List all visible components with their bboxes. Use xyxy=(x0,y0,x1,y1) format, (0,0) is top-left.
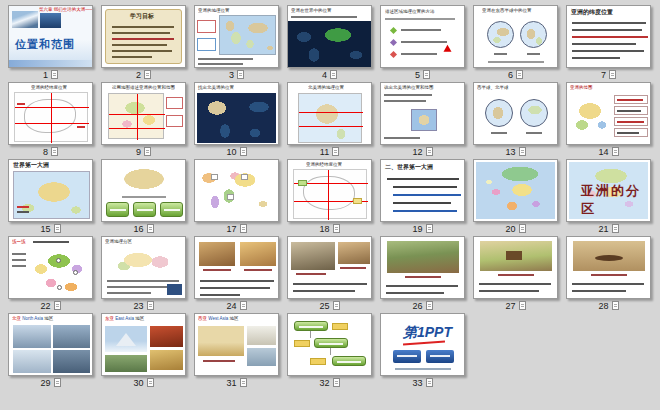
note-row xyxy=(614,95,648,104)
slide-title: 描述区域地理位置的方法 xyxy=(385,9,435,14)
slide-thumbnail-25[interactable] xyxy=(287,236,372,299)
number-chip xyxy=(211,174,218,180)
number-chip xyxy=(227,194,234,200)
text-line xyxy=(122,196,166,198)
info-box xyxy=(133,202,156,217)
east-hemisphere-map xyxy=(487,21,514,48)
text-line xyxy=(401,41,447,43)
page-icon xyxy=(426,378,433,387)
text-line xyxy=(112,26,174,28)
dark-america-map xyxy=(197,93,276,143)
slide-title: 找出北美洲的位置 xyxy=(198,85,234,90)
slide-title: 亚洲的范围 xyxy=(570,85,593,90)
slide-thumbnail-15[interactable]: 世界第一大洲 xyxy=(8,159,93,222)
caption-line xyxy=(296,273,326,275)
slide-number-row: 30 xyxy=(101,376,186,389)
slide-cell-2: 学习目标 2 xyxy=(101,5,186,81)
slide-number-row: 7 xyxy=(566,68,651,81)
text-line xyxy=(112,32,170,34)
slide-title: 亚洲在世界中的位置 xyxy=(291,8,332,13)
slide-title: 亚洲地理分区 xyxy=(105,239,132,244)
slide-cell-9: 运用地图描述亚洲的位置和范围 9 xyxy=(101,82,186,158)
slide-thumbnail-33[interactable]: 第1PPT xyxy=(380,313,465,376)
slide-thumbnail-5[interactable]: 描述区域地理位置的方法 xyxy=(380,5,465,68)
slide-thumbnail-22[interactable]: 练一练 xyxy=(8,236,93,299)
slide-thumbnail-11[interactable]: 北美洲的地理位置 xyxy=(287,82,372,145)
highlight-chip xyxy=(310,358,326,365)
text-line xyxy=(299,326,323,328)
slide-thumbnail-32[interactable] xyxy=(287,313,372,376)
slide-cell-31: 西亚 West Asia 地区 31 xyxy=(194,313,279,389)
slide-cell-23: 亚洲地理分区 23 xyxy=(101,236,186,312)
slide-thumbnail-28[interactable] xyxy=(566,236,651,299)
page-icon xyxy=(426,147,433,156)
latitude-line xyxy=(109,114,165,115)
slide-thumbnail-24[interactable] xyxy=(194,236,279,299)
photo xyxy=(338,242,370,264)
slide-thumbnail-16[interactable] xyxy=(101,159,186,222)
slide-cell-27: 27 xyxy=(473,236,558,312)
page-icon xyxy=(612,224,619,233)
slide-thumbnail-6[interactable]: 亚洲在东西半球中的位置 xyxy=(473,5,558,68)
slide-thumbnail-18[interactable]: 亚洲的经纬度位置 xyxy=(287,159,372,222)
asia-map xyxy=(13,171,90,219)
dark-world-map xyxy=(288,21,372,68)
slide-thumbnail-17[interactable] xyxy=(194,159,279,222)
slide-cell-8: 亚洲的经纬度位置 8 xyxy=(8,82,93,158)
slide-title: 北亚 North Asia 地区 xyxy=(12,316,53,321)
slide-thumbnail-13[interactable]: 西半球、北半球 xyxy=(473,82,558,145)
slide-number-row: 27 xyxy=(473,299,558,312)
slide-title: 亚洲在东西半球中的位置 xyxy=(482,8,532,13)
legend-box xyxy=(166,115,183,127)
slide-number-row: 31 xyxy=(194,376,279,389)
page-icon xyxy=(240,301,247,310)
slide-thumbnail-1[interactable]: 第六章 我们生活的大洲——亚洲 位置和范围 xyxy=(8,5,93,68)
slide-cell-25: 25 xyxy=(287,236,372,312)
photo-food xyxy=(150,326,183,347)
text-line xyxy=(337,361,361,363)
slide-thumbnail-29[interactable]: 北亚 North Asia 地区 xyxy=(8,313,93,376)
slide-thumbnail-12[interactable]: 说出北美洲的位置和范围 xyxy=(380,82,465,145)
slide-thumbnail-4[interactable]: 亚洲在世界中的位置 xyxy=(287,5,372,68)
slide-thumbnail-21[interactable]: 亚洲的分区 xyxy=(566,159,651,222)
ppt-logo-text: 第1PPT xyxy=(403,324,452,342)
slide-number: 30 xyxy=(133,378,143,388)
slide-thumbnail-8[interactable]: 亚洲的经纬度位置 xyxy=(8,82,93,145)
page-icon xyxy=(519,224,526,233)
slide-thumbnail-26[interactable] xyxy=(380,236,465,299)
page-icon xyxy=(240,224,247,233)
map-label xyxy=(77,126,85,128)
slide-thumbnail-3[interactable]: 亚洲的地理位置 xyxy=(194,5,279,68)
photo xyxy=(53,350,90,373)
photo xyxy=(240,242,276,266)
connector-line xyxy=(310,331,311,338)
photo xyxy=(199,242,235,266)
slide-number-row: 10 xyxy=(194,145,279,158)
slide-number-row: 16 xyxy=(101,222,186,235)
slide-thumbnail-10[interactable]: 找出北美洲的位置 xyxy=(194,82,279,145)
slide-cell-32: 32 xyxy=(287,313,372,389)
slide-thumbnail-27[interactable] xyxy=(473,236,558,299)
slide-thumbnail-7[interactable]: 亚洲的纬度位置 xyxy=(566,5,651,68)
slide-thumbnail-20[interactable] xyxy=(473,159,558,222)
slide-thumbnail-30[interactable]: 东亚 East Asia 地区 xyxy=(101,313,186,376)
slide-title: 亚洲的经纬度位置 xyxy=(31,85,67,90)
latitude-line xyxy=(15,123,89,124)
text-line xyxy=(387,178,459,180)
slide-title: 世界第一大洲 xyxy=(13,162,49,169)
west-hemisphere-map xyxy=(485,99,513,127)
slide-title: 位置和范围 xyxy=(15,37,75,52)
slide-thumbnail-14[interactable]: 亚洲的范围 xyxy=(566,82,651,145)
info-box xyxy=(106,202,129,217)
slide-number: 11 xyxy=(320,147,329,157)
slide-number: 10 xyxy=(226,147,236,157)
slide-thumbnail-31[interactable]: 西亚 West Asia 地区 xyxy=(194,313,279,376)
slide-thumbnail-2[interactable]: 学习目标 xyxy=(101,5,186,68)
slide-thumbnail-23[interactable]: 亚洲地理分区 xyxy=(101,236,186,299)
slide-thumbnail-19[interactable]: 二、世界第一大洲 xyxy=(380,159,465,222)
region-name-en: West Asia xyxy=(208,316,228,321)
text-line xyxy=(386,285,458,287)
slide-thumbnail-9[interactable]: 运用地图描述亚洲的位置和范围 xyxy=(101,82,186,145)
boat-shape xyxy=(595,255,623,261)
slide-number: 2 xyxy=(136,70,141,80)
